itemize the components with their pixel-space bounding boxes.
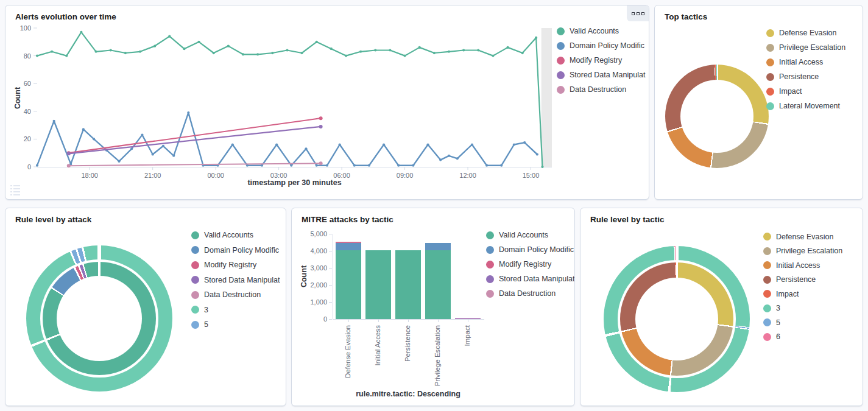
legend-color-dot bbox=[763, 290, 771, 298]
donut-chart[interactable] bbox=[665, 65, 769, 168]
donut-hole bbox=[680, 80, 753, 153]
legend-color-dot bbox=[766, 102, 774, 110]
legend-label: Initial Access bbox=[779, 58, 823, 66]
legend-item[interactable]: Lateral Movement bbox=[766, 99, 845, 113]
legend-label: 5 bbox=[776, 318, 780, 327]
chart-legend: Defense EvasionPrivilege EscalationIniti… bbox=[766, 26, 845, 113]
legend-item[interactable]: 5 bbox=[191, 317, 280, 332]
legend-label: Data Destruction bbox=[204, 290, 261, 299]
legend-item[interactable]: Initial Access bbox=[763, 258, 842, 273]
legend-toggle-icon[interactable] bbox=[10, 185, 21, 196]
legend-item[interactable]: Defense Evasion bbox=[766, 26, 845, 40]
legend-color-dot bbox=[191, 246, 199, 254]
legend-item[interactable]: Domain Policy Modific bbox=[191, 243, 280, 258]
legend-color-dot bbox=[191, 231, 199, 239]
legend-label: Modify Registry bbox=[499, 260, 551, 269]
legend-item[interactable]: Data Destruction bbox=[557, 82, 645, 97]
legend-item[interactable]: Privilege Escalation bbox=[763, 244, 842, 259]
bar-segment-green[interactable] bbox=[336, 250, 361, 319]
bar-segment-blue[interactable] bbox=[425, 243, 451, 250]
donut-hole bbox=[57, 276, 142, 361]
panel-title-top-tactics: Top tactics bbox=[665, 12, 707, 21]
x-axis-label: timestamp per 30 minutes bbox=[37, 178, 552, 187]
legend-color-dot bbox=[191, 321, 199, 329]
legend-color-dot bbox=[191, 306, 199, 314]
y-tick bbox=[329, 319, 332, 320]
y-tick bbox=[329, 251, 332, 251]
chart-legend: Valid AccountsDomain Policy ModificModif… bbox=[486, 228, 574, 301]
legend-label: Privilege Escalation bbox=[776, 247, 842, 255]
donut-chart[interactable] bbox=[26, 245, 172, 392]
panel-options-button[interactable] bbox=[627, 5, 649, 21]
legend-item[interactable]: Modify Registry bbox=[191, 258, 280, 273]
legend-label: Initial Access bbox=[776, 261, 820, 270]
svg-text:60: 60 bbox=[24, 80, 31, 87]
legend-color-dot bbox=[763, 276, 771, 284]
y-tick-label: 1,000 bbox=[292, 298, 327, 306]
legend-color-dot bbox=[557, 71, 565, 79]
category-label: Initial Access bbox=[374, 325, 381, 387]
legend-item[interactable]: Valid Accounts bbox=[557, 24, 645, 38]
panel-rule-level-by-attack: Rule level by attack Valid AccountsDomai… bbox=[5, 208, 286, 406]
bar-segment-green[interactable] bbox=[365, 250, 391, 319]
legend-item[interactable]: 3 bbox=[191, 303, 280, 318]
legend-label: Domain Policy Modific bbox=[204, 246, 279, 255]
y-tick-label: 4,000 bbox=[292, 247, 327, 255]
y-axis-label: Count bbox=[300, 265, 308, 287]
legend-item[interactable]: Valid Accounts bbox=[191, 228, 280, 243]
legend-item[interactable]: Domain Policy Modific bbox=[557, 38, 645, 53]
chart-legend: Defense EvasionPrivilege EscalationIniti… bbox=[763, 230, 842, 344]
legend-item[interactable]: Stored Data Manipulat bbox=[486, 272, 574, 286]
legend-item[interactable]: Valid Accounts bbox=[486, 228, 574, 242]
legend-color-dot bbox=[766, 88, 774, 96]
legend-label: Privilege Escalation bbox=[779, 43, 845, 52]
y-tick-label: 0 bbox=[292, 315, 327, 323]
x-tick bbox=[468, 319, 468, 322]
bar-segment-blue[interactable] bbox=[336, 243, 361, 250]
legend-item[interactable]: Modify Registry bbox=[486, 257, 574, 272]
category-label: Privilege Escalation bbox=[434, 325, 441, 387]
legend-item[interactable]: Data Destruction bbox=[191, 287, 280, 303]
x-axis-label: rule.mitre.tactic: Descending bbox=[333, 390, 483, 398]
legend-item[interactable]: 5 bbox=[763, 315, 842, 330]
line-chart: 02040608010018:0021:0000:0003:0006:0009:… bbox=[5, 5, 649, 199]
legend-item[interactable]: Impact bbox=[766, 84, 845, 99]
legend-item[interactable]: Impact bbox=[763, 287, 842, 301]
svg-text:40: 40 bbox=[24, 108, 31, 115]
bar-segment-green[interactable] bbox=[425, 250, 451, 319]
legend-item[interactable]: Initial Access bbox=[766, 55, 845, 69]
legend-label: 3 bbox=[776, 304, 780, 312]
panel-title-alerts: Alerts evolution over time bbox=[15, 12, 116, 21]
legend-item[interactable]: Domain Policy Modific bbox=[486, 242, 574, 257]
y-tick bbox=[329, 234, 332, 234]
legend-item[interactable]: Persistence bbox=[763, 273, 842, 287]
legend-color-dot bbox=[766, 44, 774, 52]
legend-label: Domain Policy Modific bbox=[499, 245, 574, 254]
legend-label: Lateral Movement bbox=[779, 102, 840, 110]
legend-label: Valid Accounts bbox=[204, 231, 253, 239]
legend-label: Defense Evasion bbox=[776, 233, 834, 241]
legend-label: Stored Data Manipulat bbox=[204, 276, 280, 284]
legend-color-dot bbox=[763, 304, 771, 312]
legend-item[interactable]: Privilege Escalation bbox=[766, 40, 845, 55]
legend-color-dot bbox=[557, 86, 565, 94]
legend-label: Stored Data Manipulat bbox=[499, 275, 574, 283]
legend-item[interactable]: Persistence bbox=[766, 69, 845, 84]
legend-item[interactable]: Stored Data Manipulat bbox=[191, 273, 280, 288]
legend-item[interactable]: Stored Data Manipulat bbox=[557, 68, 645, 82]
legend-label: Data Destruction bbox=[499, 289, 556, 298]
panel-top-tactics: Top tactics Defense EvasionPrivilege Esc… bbox=[654, 5, 863, 200]
svg-text:20: 20 bbox=[24, 135, 31, 142]
bar-segment-lightpink[interactable] bbox=[336, 242, 361, 242]
legend-item[interactable]: Modify Registry bbox=[557, 53, 645, 68]
donut-chart[interactable] bbox=[604, 246, 750, 392]
bar-segment-green[interactable] bbox=[395, 250, 421, 319]
partial-bucket-band bbox=[542, 28, 552, 167]
chart-legend: Valid AccountsDomain Policy ModificModif… bbox=[191, 228, 280, 332]
legend-item[interactable]: Data Destruction bbox=[486, 286, 574, 301]
legend-color-dot bbox=[486, 231, 494, 239]
x-tick bbox=[378, 319, 379, 322]
legend-item[interactable]: 3 bbox=[763, 301, 842, 316]
legend-item[interactable]: Defense Evasion bbox=[763, 230, 842, 244]
legend-item[interactable]: 6 bbox=[763, 330, 842, 345]
